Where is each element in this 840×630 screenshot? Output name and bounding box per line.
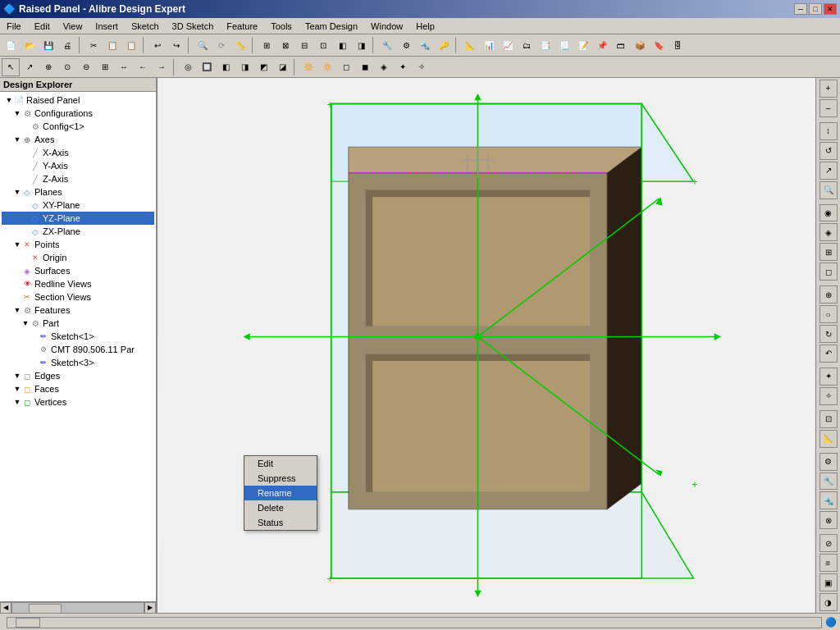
tb-btn-19[interactable]: 📑 <box>536 36 555 54</box>
menu-item-file[interactable]: File <box>0 18 28 34</box>
menu-item-view[interactable]: View <box>57 18 89 34</box>
tb2-btn-16[interactable]: 🔆 <box>299 58 317 76</box>
tree-item-part[interactable]: ▼ ⚙ Part <box>2 317 154 330</box>
right-btn-15[interactable]: ✦ <box>819 368 838 386</box>
tb-btn-15[interactable]: 📐 <box>461 36 479 54</box>
cut-button[interactable]: ✂ <box>84 36 103 54</box>
menu-item-insert[interactable]: Insert <box>89 18 125 34</box>
menu-item-feature[interactable]: Feature <box>220 18 264 34</box>
tb-btn-9[interactable]: ◧ <box>333 36 351 54</box>
tb-btn-16[interactable]: 📊 <box>480 36 498 54</box>
right-btn-23[interactable]: ⊘ <box>819 534 838 552</box>
open-button[interactable]: 📂 <box>21 36 39 54</box>
menu-item-team-design[interactable]: Team Design <box>299 18 364 34</box>
tb2-btn-12[interactable]: ◧ <box>217 58 235 76</box>
tree-item-vertices[interactable]: ▼ ◻ Vertices <box>2 395 154 409</box>
tree-item-redline-views[interactable]: ▶ 👁 Redline Views <box>2 277 154 290</box>
tree-item-surfaces[interactable]: ▶ ◈ Surfaces <box>2 264 154 277</box>
tb2-btn-13[interactable]: ◨ <box>235 58 253 76</box>
right-btn-26[interactable]: ◑ <box>819 593 838 611</box>
toggle-edges[interactable]: ▼ <box>13 372 21 380</box>
tb-btn-24[interactable]: 📦 <box>631 36 649 54</box>
tb-btn-11[interactable]: 🔧 <box>378 36 396 54</box>
menu-item-sketch[interactable]: Sketch <box>125 18 166 34</box>
context-menu[interactable]: Edit Suppress Rename Delete Status <box>244 455 317 531</box>
titlebar-controls[interactable]: ─ □ ✕ <box>794 3 837 15</box>
context-menu-status[interactable]: Status <box>244 515 317 530</box>
right-btn-5[interactable]: ↗ <box>819 162 838 180</box>
tree-item-xaxis[interactable]: ▶ ╱ X-Axis <box>2 146 154 159</box>
tb2-btn-3[interactable]: ⊕ <box>39 58 57 76</box>
right-btn-8[interactable]: ◈ <box>819 223 838 241</box>
scroll-track[interactable] <box>11 602 144 614</box>
menu-item-help[interactable]: Help <box>409 18 441 34</box>
tb-btn-18[interactable]: 🗂 <box>518 36 536 54</box>
tb-btn-12[interactable]: ⚙ <box>397 36 415 54</box>
tree-item-points[interactable]: ▼ ✕ Points <box>2 238 154 251</box>
right-btn-18[interactable]: 📐 <box>819 430 838 448</box>
tb-btn-25[interactable]: 🔖 <box>650 36 668 54</box>
tb2-btn-14[interactable]: ◩ <box>254 58 272 76</box>
toggle-configurations[interactable]: ▼ <box>13 109 21 117</box>
scroll-left-button[interactable]: ◀ <box>0 602 11 614</box>
tree-item-planes[interactable]: ▼ ◇ Planes <box>2 185 154 199</box>
toggle-planes[interactable]: ▼ <box>13 188 21 196</box>
undo-button[interactable]: ↩ <box>148 36 167 54</box>
scroll-right-button[interactable]: ▶ <box>144 602 156 614</box>
tb-btn-7[interactable]: ⊟ <box>295 36 313 54</box>
right-btn-6[interactable]: 🔍 <box>819 181 838 199</box>
right-btn-3[interactable]: ↕ <box>819 122 838 140</box>
right-btn-22[interactable]: ⊗ <box>819 511 838 529</box>
tree-item-config1[interactable]: ▶ ⚙ Config<1> <box>2 120 154 133</box>
tb2-btn-7[interactable]: ↔ <box>115 58 133 76</box>
tb2-btn-19[interactable]: ◼ <box>356 58 374 76</box>
tree-item-sketch3[interactable]: ▶ ✏ Sketch<3> <box>2 356 154 369</box>
tb-btn-10[interactable]: ◨ <box>352 36 370 54</box>
tb2-btn-18[interactable]: ◻ <box>337 58 355 76</box>
tree-container[interactable]: ▼ 📄 Raised Panel ▼ ⚙ Configurations ▶ ⚙ … <box>0 92 156 601</box>
tb2-btn-22[interactable]: ✧ <box>413 58 431 76</box>
tree-item-zx-plane[interactable]: ▶ ◇ ZX-Plane <box>2 225 154 238</box>
tb-btn-26[interactable]: 🗄 <box>669 36 687 54</box>
tb-btn-14[interactable]: 🔑 <box>435 36 453 54</box>
tb2-btn-11[interactable]: 🔲 <box>198 58 216 76</box>
right-btn-4[interactable]: ↺ <box>819 142 838 160</box>
tree-item-xy-plane[interactable]: ▶ ◇ XY-Plane <box>2 199 154 212</box>
right-btn-12[interactable]: ○ <box>819 305 838 323</box>
minimize-button[interactable]: ─ <box>794 3 807 15</box>
context-menu-delete[interactable]: Delete <box>244 500 317 515</box>
tree-item-zaxis[interactable]: ▶ ╱ Z-Axis <box>2 172 154 185</box>
paste-button[interactable]: 📋 <box>122 36 140 54</box>
copy-button[interactable]: 📋 <box>103 36 121 54</box>
tree-item-origin[interactable]: ▶ ✕ Origin <box>2 251 154 264</box>
tree-item-yz-plane[interactable]: ▶ ◇ YZ-Plane <box>2 212 154 225</box>
context-menu-rename[interactable]: Rename <box>244 486 317 500</box>
toggle-axes[interactable]: ▼ <box>13 135 21 144</box>
tb2-btn-10[interactable]: ◎ <box>179 58 197 76</box>
close-button[interactable]: ✕ <box>824 3 837 15</box>
toggle-part[interactable]: ▼ <box>21 319 30 327</box>
right-btn-9[interactable]: ⊞ <box>819 243 838 261</box>
tb-btn-17[interactable]: 📈 <box>499 36 517 54</box>
tb2-btn-8[interactable]: ← <box>134 58 152 76</box>
tb2-btn-4[interactable]: ⊙ <box>58 58 76 76</box>
left-scrollbar[interactable]: ◀ ▶ <box>0 601 156 613</box>
toggle-vertices[interactable]: ▼ <box>13 398 21 406</box>
select-button[interactable]: ↖ <box>2 58 20 76</box>
right-btn-17[interactable]: ⊡ <box>819 410 838 428</box>
measure-button[interactable]: 📏 <box>231 36 249 54</box>
tb2-btn-2[interactable]: ↗ <box>21 58 39 76</box>
viewport[interactable]: + + + + Edit Suppress Rename Delete Stat… <box>158 78 815 613</box>
menu-item-tools[interactable]: Tools <box>264 18 299 34</box>
right-btn-21[interactable]: 🔩 <box>819 491 838 509</box>
tree-item-configurations[interactable]: ▼ ⚙ Configurations <box>2 107 154 120</box>
right-btn-20[interactable]: 🔧 <box>819 472 838 491</box>
right-btn-2[interactable]: – <box>819 99 838 117</box>
tree-item-yaxis[interactable]: ▶ ╱ Y-Axis <box>2 159 154 172</box>
tree-item-faces[interactable]: ▼ ◻ Faces <box>2 382 154 395</box>
tb-btn-6[interactable]: ⊠ <box>276 36 294 54</box>
context-menu-edit[interactable]: Edit <box>244 456 317 471</box>
tb-btn-20[interactable]: 📃 <box>555 36 573 54</box>
statusbar-scrollbar[interactable] <box>7 617 822 628</box>
toggle-faces[interactable]: ▼ <box>13 385 21 393</box>
